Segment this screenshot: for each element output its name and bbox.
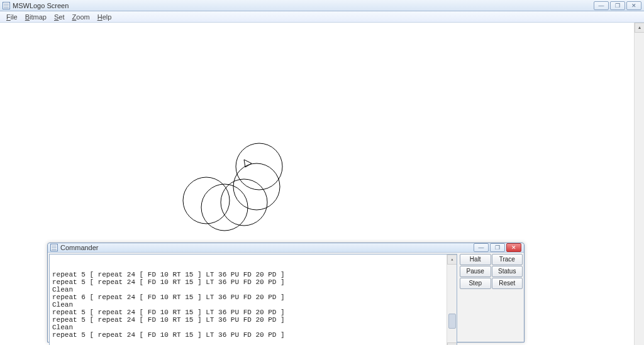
menu-file[interactable]: File bbox=[3, 12, 21, 22]
history-line[interactable]: Clean bbox=[52, 324, 454, 331]
maximize-button[interactable]: ❐ bbox=[610, 1, 625, 10]
step-button[interactable]: Step bbox=[460, 278, 491, 289]
history-lines: repeat 5 [ repeat 24 [ FD 10 RT 15 ] LT … bbox=[52, 271, 454, 339]
status-button[interactable]: Status bbox=[492, 266, 523, 277]
close-button[interactable]: ✕ bbox=[626, 1, 641, 10]
minimize-button[interactable]: — bbox=[594, 1, 609, 10]
pause-button[interactable]: Pause bbox=[460, 266, 491, 277]
main-vscrollbar[interactable]: ▴ bbox=[634, 23, 644, 345]
window-title: MSWLogo Screen bbox=[13, 2, 594, 9]
history-line[interactable]: repeat 5 [ repeat 24 [ FD 10 RT 15 ] LT … bbox=[52, 278, 454, 286]
history-vscrollbar[interactable]: ▴ ▾ bbox=[447, 255, 457, 345]
scroll-up-icon[interactable]: ▴ bbox=[635, 23, 644, 33]
window-controls: — ❐ ✕ bbox=[594, 1, 641, 10]
history-wrap: repeat 5 [ repeat 24 [ FD 10 RT 15 ] LT … bbox=[49, 254, 457, 345]
main-titlebar: MSWLogo Screen — ❐ ✕ bbox=[0, 0, 644, 11]
svg-point-2 bbox=[221, 179, 267, 226]
commander-icon bbox=[50, 244, 58, 251]
history-line[interactable]: repeat 6 [ repeat 24 [ FD 10 RT 15 ] LT … bbox=[52, 293, 454, 301]
commander-body: repeat 5 [ repeat 24 [ FD 10 RT 15 ] LT … bbox=[48, 253, 524, 345]
menu-help[interactable]: Help bbox=[94, 12, 116, 22]
commander-maximize-button[interactable]: ❐ bbox=[490, 243, 505, 252]
menu-zoom[interactable]: Zoom bbox=[69, 12, 94, 22]
trace-button[interactable]: Trace bbox=[492, 254, 523, 265]
history-line[interactable]: repeat 5 [ repeat 24 [ FD 10 RT 15 ] LT … bbox=[52, 271, 454, 278]
commander-window: Commander — ❐ ✕ repeat 5 [ repeat 24 [ F… bbox=[47, 243, 525, 342]
commander-close-button[interactable]: ✕ bbox=[506, 243, 521, 252]
commander-titlebar[interactable]: Commander — ❐ ✕ bbox=[48, 243, 524, 253]
menu-bitmap[interactable]: Bitmap bbox=[21, 12, 50, 22]
commander-title: Commander bbox=[60, 244, 474, 251]
svg-point-3 bbox=[233, 163, 280, 210]
history-scroll-up-icon[interactable]: ▴ bbox=[447, 255, 457, 265]
svg-point-4 bbox=[236, 143, 282, 190]
history-line[interactable]: repeat 5 [ repeat 24 [ FD 10 RT 15 ] LT … bbox=[52, 309, 454, 316]
svg-point-1 bbox=[201, 184, 248, 231]
commander-minimize-button[interactable]: — bbox=[474, 243, 489, 252]
history-scroll-thumb[interactable] bbox=[448, 314, 456, 329]
history-scroll-down-icon[interactable]: ▾ bbox=[447, 342, 457, 345]
history-line[interactable]: repeat 5 [ repeat 24 [ FD 10 RT 15 ] LT … bbox=[52, 316, 454, 324]
commander-window-controls: — ❐ ✕ bbox=[474, 243, 521, 252]
halt-button[interactable]: Halt bbox=[460, 254, 491, 265]
history-line[interactable]: Clean bbox=[52, 301, 454, 309]
command-history[interactable]: repeat 5 [ repeat 24 [ FD 10 RT 15 ] LT … bbox=[49, 254, 457, 345]
history-line[interactable]: repeat 5 [ repeat 24 [ FD 10 RT 15 ] LT … bbox=[52, 331, 454, 339]
history-line[interactable]: Clean bbox=[52, 286, 454, 293]
menu-set[interactable]: Set bbox=[50, 12, 69, 22]
reset-button[interactable]: Reset bbox=[492, 278, 523, 289]
commander-buttons-panel: Halt Trace Pause Status Step Reset Execu… bbox=[460, 254, 523, 345]
app-icon bbox=[3, 2, 10, 9]
menu-bar: File Bitmap Set Zoom Help bbox=[0, 11, 644, 23]
